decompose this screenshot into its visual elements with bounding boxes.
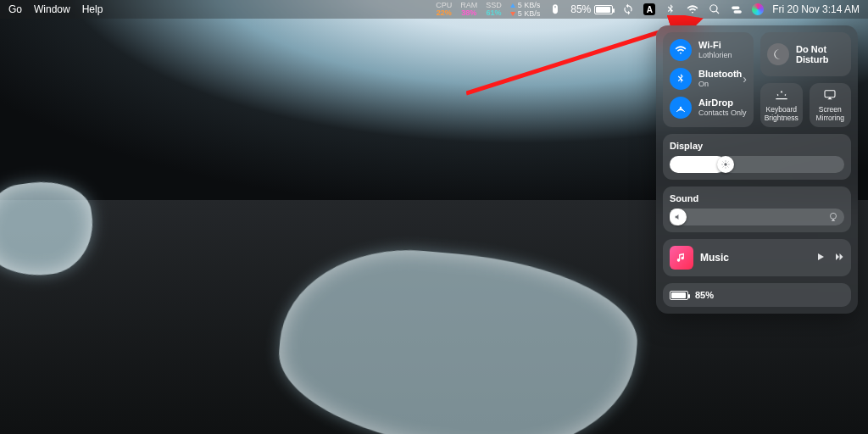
- sync-icon[interactable]: [621, 3, 635, 16]
- speaker-icon: [674, 213, 682, 221]
- mouse-icon[interactable]: [548, 3, 562, 16]
- sound-volume-slider[interactable]: [670, 209, 844, 225]
- svg-point-3: [724, 163, 726, 165]
- play-button[interactable]: [815, 252, 826, 264]
- airdrop-toggle[interactable]: AirDropContacts Only: [670, 97, 747, 119]
- chevron-right-icon[interactable]: ›: [743, 72, 747, 86]
- stat-ram[interactable]: RAM 38%: [460, 2, 477, 17]
- menubar-battery[interactable]: 85%: [570, 3, 613, 15]
- screen-mirroring-button[interactable]: Screen Mirroring: [810, 83, 852, 127]
- keyboard-brightness-button[interactable]: Keyboard Brightness: [760, 83, 803, 127]
- menubar-datetime[interactable]: Fri 20 Nov 3:14 AM: [772, 3, 860, 15]
- bluetooth-icon[interactable]: [664, 3, 677, 16]
- keyboard-brightness-icon: [775, 88, 788, 102]
- connectivity-tile: Wi-FiLothlorien BluetoothOn › AirDropCon…: [663, 32, 754, 127]
- music-app-icon: [670, 246, 693, 270]
- now-playing-tile[interactable]: Music: [663, 239, 851, 276]
- screen-mirroring-icon: [823, 88, 837, 102]
- bluetooth-toggle[interactable]: BluetoothOn ›: [670, 68, 747, 90]
- battery-icon: [670, 291, 688, 300]
- stat-cpu[interactable]: CPU 22%: [436, 2, 452, 17]
- search-icon[interactable]: [708, 3, 721, 16]
- menubar: Go Window Help CPU 22% RAM 38% SSD 61% 5…: [0, 0, 868, 19]
- svg-point-4: [831, 213, 837, 219]
- display-tile: Display: [663, 134, 851, 180]
- bluetooth-icon: [670, 68, 692, 90]
- sound-label: Sound: [670, 193, 844, 203]
- airdrop-icon: [670, 97, 692, 119]
- siri-icon[interactable]: [752, 3, 764, 15]
- moon-icon: [767, 43, 789, 65]
- svg-rect-2: [825, 91, 835, 97]
- battery-percent: 85%: [695, 290, 714, 300]
- menu-go[interactable]: Go: [8, 3, 22, 15]
- battery-icon: [594, 5, 613, 14]
- battery-tile[interactable]: 85%: [663, 283, 851, 307]
- wifi-icon[interactable]: [686, 3, 699, 16]
- do-not-disturb-toggle[interactable]: Do Not Disturb: [760, 32, 851, 76]
- stat-ssd[interactable]: SSD 61%: [486, 2, 502, 17]
- next-track-button[interactable]: [834, 252, 844, 264]
- display-label: Display: [670, 141, 844, 151]
- menu-help[interactable]: Help: [82, 3, 103, 15]
- input-source-icon[interactable]: A: [643, 3, 655, 15]
- sun-icon: [721, 160, 730, 169]
- now-playing-title: Music: [700, 252, 809, 264]
- control-center-panel: Wi-FiLothlorien BluetoothOn › AirDropCon…: [656, 25, 858, 314]
- stat-network[interactable]: 5 KB/s 5 KB/s: [510, 1, 541, 18]
- display-brightness-slider[interactable]: [670, 156, 844, 173]
- wifi-toggle[interactable]: Wi-FiLothlorien: [670, 39, 747, 61]
- sound-tile: Sound: [663, 186, 851, 232]
- menubar-battery-percent: 85%: [570, 3, 591, 15]
- airplay-audio-icon[interactable]: [827, 211, 839, 223]
- control-center-icon[interactable]: [730, 3, 743, 16]
- menu-window[interactable]: Window: [34, 3, 70, 15]
- wifi-icon: [670, 39, 692, 61]
